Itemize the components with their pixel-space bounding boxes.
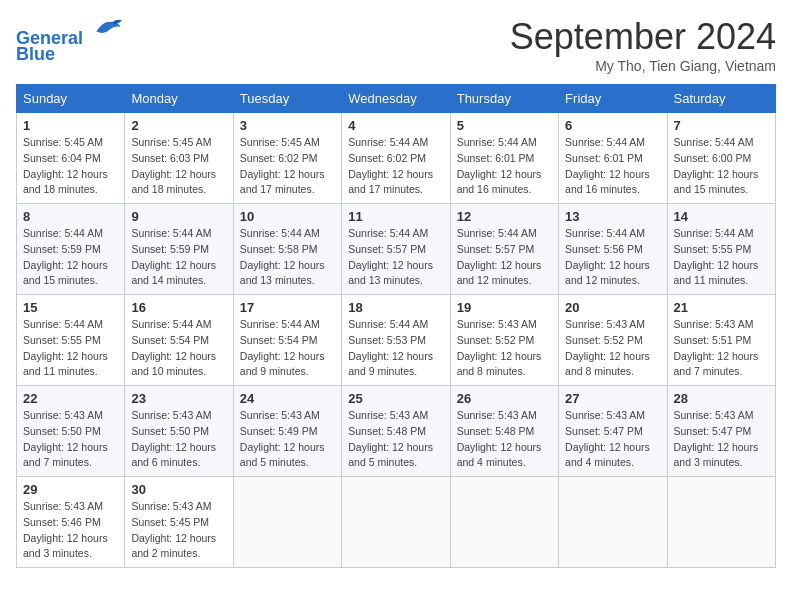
weekday-header-monday: Monday [125,85,233,113]
calendar-cell: 14Sunrise: 5:44 AMSunset: 5:55 PMDayligh… [667,204,775,295]
calendar-cell: 22Sunrise: 5:43 AMSunset: 5:50 PMDayligh… [17,386,125,477]
day-info: Sunrise: 5:43 AMSunset: 5:51 PMDaylight:… [674,317,769,380]
calendar-week-row: 15Sunrise: 5:44 AMSunset: 5:55 PMDayligh… [17,295,776,386]
day-number: 29 [23,482,118,497]
day-info: Sunrise: 5:44 AMSunset: 5:54 PMDaylight:… [131,317,226,380]
weekday-header-thursday: Thursday [450,85,558,113]
title-block: September 2024 My Tho, Tien Giang, Vietn… [510,16,776,74]
day-number: 19 [457,300,552,315]
calendar-week-row: 1Sunrise: 5:45 AMSunset: 6:04 PMDaylight… [17,113,776,204]
day-number: 20 [565,300,660,315]
day-number: 3 [240,118,335,133]
calendar-cell: 23Sunrise: 5:43 AMSunset: 5:50 PMDayligh… [125,386,233,477]
weekday-header-saturday: Saturday [667,85,775,113]
day-info: Sunrise: 5:44 AMSunset: 5:55 PMDaylight:… [23,317,118,380]
page-header: General Blue September 2024 My Tho, Tien… [16,16,776,74]
calendar-cell: 17Sunrise: 5:44 AMSunset: 5:54 PMDayligh… [233,295,341,386]
day-info: Sunrise: 5:43 AMSunset: 5:50 PMDaylight:… [23,408,118,471]
day-number: 7 [674,118,769,133]
day-number: 2 [131,118,226,133]
calendar-cell: 10Sunrise: 5:44 AMSunset: 5:58 PMDayligh… [233,204,341,295]
day-info: Sunrise: 5:44 AMSunset: 6:00 PMDaylight:… [674,135,769,198]
day-info: Sunrise: 5:44 AMSunset: 6:01 PMDaylight:… [565,135,660,198]
day-number: 17 [240,300,335,315]
day-number: 18 [348,300,443,315]
calendar-cell: 28Sunrise: 5:43 AMSunset: 5:47 PMDayligh… [667,386,775,477]
location-subtitle: My Tho, Tien Giang, Vietnam [510,58,776,74]
calendar-cell: 27Sunrise: 5:43 AMSunset: 5:47 PMDayligh… [559,386,667,477]
calendar-cell: 1Sunrise: 5:45 AMSunset: 6:04 PMDaylight… [17,113,125,204]
day-info: Sunrise: 5:43 AMSunset: 5:52 PMDaylight:… [457,317,552,380]
calendar-cell [450,477,558,568]
day-info: Sunrise: 5:43 AMSunset: 5:48 PMDaylight:… [457,408,552,471]
day-number: 12 [457,209,552,224]
calendar-header-row: SundayMondayTuesdayWednesdayThursdayFrid… [17,85,776,113]
calendar-cell: 26Sunrise: 5:43 AMSunset: 5:48 PMDayligh… [450,386,558,477]
day-number: 30 [131,482,226,497]
day-number: 28 [674,391,769,406]
day-info: Sunrise: 5:45 AMSunset: 6:04 PMDaylight:… [23,135,118,198]
calendar-cell: 8Sunrise: 5:44 AMSunset: 5:59 PMDaylight… [17,204,125,295]
logo-bird-icon [90,16,122,44]
day-number: 21 [674,300,769,315]
day-info: Sunrise: 5:44 AMSunset: 5:57 PMDaylight:… [348,226,443,289]
calendar-cell: 9Sunrise: 5:44 AMSunset: 5:59 PMDaylight… [125,204,233,295]
calendar-week-row: 22Sunrise: 5:43 AMSunset: 5:50 PMDayligh… [17,386,776,477]
weekday-header-sunday: Sunday [17,85,125,113]
day-number: 26 [457,391,552,406]
day-number: 10 [240,209,335,224]
calendar-cell: 25Sunrise: 5:43 AMSunset: 5:48 PMDayligh… [342,386,450,477]
day-info: Sunrise: 5:45 AMSunset: 6:02 PMDaylight:… [240,135,335,198]
day-number: 4 [348,118,443,133]
day-info: Sunrise: 5:44 AMSunset: 5:59 PMDaylight:… [131,226,226,289]
day-info: Sunrise: 5:45 AMSunset: 6:03 PMDaylight:… [131,135,226,198]
calendar-cell [667,477,775,568]
day-info: Sunrise: 5:43 AMSunset: 5:47 PMDaylight:… [565,408,660,471]
calendar-cell: 12Sunrise: 5:44 AMSunset: 5:57 PMDayligh… [450,204,558,295]
day-info: Sunrise: 5:44 AMSunset: 6:01 PMDaylight:… [457,135,552,198]
day-number: 22 [23,391,118,406]
day-number: 23 [131,391,226,406]
day-info: Sunrise: 5:44 AMSunset: 5:53 PMDaylight:… [348,317,443,380]
day-info: Sunrise: 5:44 AMSunset: 6:02 PMDaylight:… [348,135,443,198]
calendar-week-row: 29Sunrise: 5:43 AMSunset: 5:46 PMDayligh… [17,477,776,568]
day-info: Sunrise: 5:43 AMSunset: 5:47 PMDaylight:… [674,408,769,471]
day-info: Sunrise: 5:44 AMSunset: 5:54 PMDaylight:… [240,317,335,380]
day-info: Sunrise: 5:44 AMSunset: 5:56 PMDaylight:… [565,226,660,289]
calendar-cell: 29Sunrise: 5:43 AMSunset: 5:46 PMDayligh… [17,477,125,568]
calendar-cell [233,477,341,568]
day-info: Sunrise: 5:44 AMSunset: 5:55 PMDaylight:… [674,226,769,289]
day-number: 11 [348,209,443,224]
weekday-header-tuesday: Tuesday [233,85,341,113]
calendar-week-row: 8Sunrise: 5:44 AMSunset: 5:59 PMDaylight… [17,204,776,295]
calendar-cell: 6Sunrise: 5:44 AMSunset: 6:01 PMDaylight… [559,113,667,204]
day-info: Sunrise: 5:44 AMSunset: 5:59 PMDaylight:… [23,226,118,289]
weekday-header-wednesday: Wednesday [342,85,450,113]
calendar-cell: 18Sunrise: 5:44 AMSunset: 5:53 PMDayligh… [342,295,450,386]
calendar-cell: 20Sunrise: 5:43 AMSunset: 5:52 PMDayligh… [559,295,667,386]
day-info: Sunrise: 5:43 AMSunset: 5:49 PMDaylight:… [240,408,335,471]
calendar-cell: 4Sunrise: 5:44 AMSunset: 6:02 PMDaylight… [342,113,450,204]
day-info: Sunrise: 5:43 AMSunset: 5:48 PMDaylight:… [348,408,443,471]
day-info: Sunrise: 5:43 AMSunset: 5:52 PMDaylight:… [565,317,660,380]
calendar-cell: 30Sunrise: 5:43 AMSunset: 5:45 PMDayligh… [125,477,233,568]
calendar-cell: 24Sunrise: 5:43 AMSunset: 5:49 PMDayligh… [233,386,341,477]
day-number: 27 [565,391,660,406]
day-number: 9 [131,209,226,224]
day-info: Sunrise: 5:43 AMSunset: 5:50 PMDaylight:… [131,408,226,471]
day-info: Sunrise: 5:43 AMSunset: 5:45 PMDaylight:… [131,499,226,562]
day-number: 5 [457,118,552,133]
calendar-cell: 3Sunrise: 5:45 AMSunset: 6:02 PMDaylight… [233,113,341,204]
day-info: Sunrise: 5:44 AMSunset: 5:57 PMDaylight:… [457,226,552,289]
calendar-cell: 5Sunrise: 5:44 AMSunset: 6:01 PMDaylight… [450,113,558,204]
day-number: 1 [23,118,118,133]
calendar-cell [342,477,450,568]
calendar-cell: 21Sunrise: 5:43 AMSunset: 5:51 PMDayligh… [667,295,775,386]
day-info: Sunrise: 5:43 AMSunset: 5:46 PMDaylight:… [23,499,118,562]
day-number: 14 [674,209,769,224]
day-number: 25 [348,391,443,406]
calendar-cell: 7Sunrise: 5:44 AMSunset: 6:00 PMDaylight… [667,113,775,204]
day-number: 13 [565,209,660,224]
day-number: 16 [131,300,226,315]
day-number: 24 [240,391,335,406]
